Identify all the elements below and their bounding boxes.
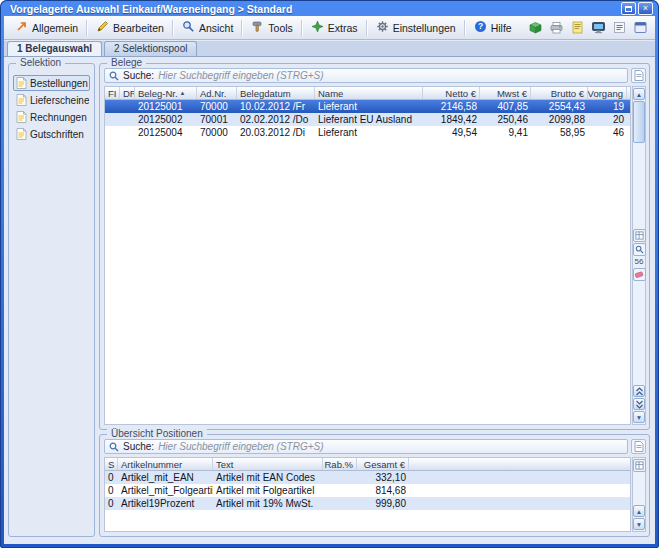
document-icon (16, 94, 27, 106)
search-label: Suche: (123, 70, 154, 81)
tab-selektionspool[interactable]: 2 Selektionspool (104, 41, 197, 56)
page-icon (634, 70, 644, 81)
menu-bearbeiten[interactable]: Bearbeiten (89, 18, 171, 38)
sidebar-item-rechnungen[interactable]: Rechnungen (13, 109, 90, 125)
document-icon (16, 128, 27, 140)
table-row[interactable]: 0 Artikel19Prozent Artikel mit 19% MwSt.… (105, 497, 630, 510)
selektion-title: Selektion (16, 57, 65, 68)
page-up-button[interactable] (633, 385, 645, 397)
sidebar-item-lieferscheine[interactable]: Lieferscheine (13, 92, 90, 108)
menu-tools[interactable]: Tools (244, 18, 300, 38)
table-row[interactable]: 0 Artikel_mit_Folgeartikel Artikel mit F… (105, 484, 630, 497)
content-area: Selektion Bestellungen Lieferscheine Rec… (4, 57, 655, 544)
belege-search-input[interactable] (158, 70, 623, 82)
document-icon (16, 111, 27, 123)
belege-searchbar[interactable]: Suche: (104, 68, 628, 83)
titlebar[interactable]: Vorgelagerte Auswahl Einkauf/Wareneingan… (4, 0, 655, 16)
close-button[interactable]: × (638, 2, 653, 15)
positionen-layout-button[interactable] (631, 439, 646, 454)
menu-ansicht[interactable]: Ansicht (175, 18, 240, 38)
positionen-scrollbar[interactable]: ▲ ▼ (632, 457, 646, 532)
table-row[interactable]: 0 Artikel_mit_EAN Artikel mit EAN Codes … (105, 471, 630, 484)
toolbar-separator (241, 20, 243, 36)
sidebar-item-gutschriften[interactable]: Gutschriften (13, 126, 90, 142)
menu-allgemein[interactable]: Allgemein (8, 18, 85, 38)
table-row[interactable]: 20125002 70001 02.02.2012 /Do Lieferant … (105, 113, 630, 126)
selektion-panel: Selektion Bestellungen Lieferscheine Rec… (8, 63, 95, 537)
belege-scrollbar[interactable]: ▲ 56 ▼ (632, 86, 646, 425)
column-header-filler (409, 458, 630, 470)
maximize-button[interactable] (621, 2, 636, 15)
column-header-fi[interactable]: FI (105, 87, 120, 99)
eraser-button[interactable] (633, 268, 646, 281)
tab-belegauswahl[interactable]: 1 Belegauswahl (7, 41, 102, 56)
toolbar-shortcuts (526, 19, 651, 37)
column-header-rab[interactable]: Rab.% (323, 458, 357, 470)
positionen-search-input[interactable] (158, 441, 623, 453)
table-row[interactable]: 20125001 70000 10.02.2012 /Fr Lieferant … (105, 100, 630, 113)
column-header-name[interactable]: Name (315, 87, 423, 99)
scroll-up-button[interactable]: ▲ (633, 88, 645, 100)
toolbar-separator (86, 20, 88, 36)
window-controls: × (621, 2, 653, 15)
zoom-button[interactable] (633, 243, 646, 256)
menu-extras[interactable]: Extras (304, 18, 365, 38)
column-header-netto[interactable]: Netto € (423, 87, 480, 99)
list-icon[interactable] (610, 19, 628, 37)
arrow-up-right-icon (15, 20, 28, 35)
column-header-text[interactable]: Text (213, 458, 323, 470)
maximize-icon (625, 6, 632, 12)
toolbar-separator (172, 20, 174, 36)
table-row[interactable]: 20125004 70000 20.03.2012 /Di Lieferant … (105, 126, 630, 139)
column-chooser-button[interactable] (633, 229, 646, 242)
app-body: Allgemein Bearbeiten Ansicht Tools Extra… (4, 16, 655, 544)
column-header-ad-nr[interactable]: Ad.Nr. (197, 87, 237, 99)
hammer-icon (251, 20, 264, 35)
gear-icon (376, 20, 389, 35)
search-label: Suche: (123, 441, 154, 452)
package-icon[interactable] (526, 19, 544, 37)
scroll-down-button[interactable]: ▼ (633, 518, 645, 530)
scroll-up-button[interactable]: ▲ (633, 505, 645, 517)
column-header-s[interactable]: S (105, 458, 118, 470)
column-header-brutto[interactable]: Brutto € (531, 87, 588, 99)
positionen-searchbar[interactable]: Suche: (104, 439, 628, 454)
column-header-filler (627, 87, 631, 99)
positionen-title: Übersicht Positionen (107, 428, 207, 439)
help-icon: ? (474, 20, 487, 35)
scrollbar-thumb[interactable] (633, 101, 645, 143)
belege-layout-button[interactable] (631, 68, 646, 83)
window-title: Vorgelagerte Auswahl Einkauf/Wareneingan… (10, 3, 292, 15)
info-icon[interactable] (631, 19, 649, 37)
page-icon (634, 441, 644, 452)
toolbar-separator (301, 20, 303, 36)
column-header-vorgang[interactable]: Vorgang (588, 87, 627, 99)
column-chooser-button[interactable] (633, 459, 646, 472)
magnifier-icon (182, 20, 195, 35)
toolbar-separator (464, 20, 466, 36)
column-header-artikelnummer[interactable]: Artikelnummer (118, 458, 213, 470)
column-header-gesamt[interactable]: Gesamt € (357, 458, 409, 470)
column-header-mwst[interactable]: Mwst € (480, 87, 531, 99)
positionen-panel: Übersicht Positionen Suche: S Artikelnum… (99, 434, 650, 537)
scroll-down-button[interactable]: ▼ (633, 411, 645, 423)
belege-panel: Belege Suche: FI DR Beleg-Nr. ▲ (99, 63, 650, 430)
column-header-dr[interactable]: DR (120, 87, 135, 99)
search-icon (109, 442, 119, 452)
menu-einstellungen[interactable]: Einstellungen (369, 18, 463, 38)
column-header-beleg-nr[interactable]: Beleg-Nr. ▲ (135, 87, 197, 99)
page-down-button[interactable] (633, 398, 645, 410)
monitor-icon[interactable] (589, 19, 607, 37)
tabbar: 1 Belegauswahl 2 Selektionspool (4, 41, 655, 57)
app-window: Vorgelagerte Auswahl Einkauf/Wareneingan… (0, 0, 659, 548)
belege-grid-header: FI DR Beleg-Nr. ▲ Ad.Nr. Belegdatum Name… (105, 87, 630, 100)
note-icon[interactable] (568, 19, 586, 37)
printer-icon[interactable] (547, 19, 565, 37)
menu-hilfe[interactable]: ? Hilfe (467, 18, 519, 38)
main-toolbar: Allgemein Bearbeiten Ansicht Tools Extra… (4, 16, 655, 40)
positionen-grid-header: S Artikelnummer Text Rab.% Gesamt € (105, 458, 630, 471)
sidebar-item-bestellungen[interactable]: Bestellungen (13, 75, 90, 91)
column-header-belegdatum[interactable]: Belegdatum (237, 87, 315, 99)
search-icon (109, 71, 119, 81)
belege-grid: FI DR Beleg-Nr. ▲ Ad.Nr. Belegdatum Name… (104, 86, 631, 425)
